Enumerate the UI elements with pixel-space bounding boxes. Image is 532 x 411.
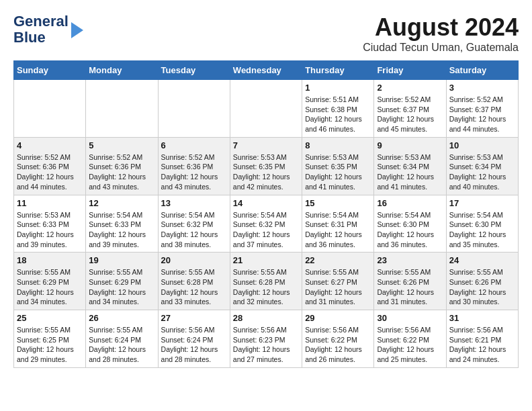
- day-number: 4: [17, 140, 83, 150]
- location: Ciudad Tecun Uman, Guatemala: [363, 42, 519, 54]
- day-info: Sunrise: 5:55 AM Sunset: 6:27 PM Dayligh…: [305, 267, 371, 307]
- day-number: 29: [305, 313, 371, 323]
- calendar-cell: 29Sunrise: 5:56 AM Sunset: 6:22 PM Dayli…: [302, 310, 374, 368]
- day-info: Sunrise: 5:54 AM Sunset: 6:32 PM Dayligh…: [161, 210, 227, 250]
- day-number: 18: [17, 255, 83, 265]
- day-number: 8: [305, 140, 371, 150]
- day-number: 19: [89, 255, 154, 265]
- calendar-cell: 26Sunrise: 5:55 AM Sunset: 6:24 PM Dayli…: [86, 310, 158, 368]
- day-number: 23: [377, 255, 443, 265]
- weekday-header-row: SundayMondayTuesdayWednesdayThursdayFrid…: [14, 61, 519, 80]
- calendar-table: SundayMondayTuesdayWednesdayThursdayFrid…: [13, 60, 519, 368]
- calendar-cell: 13Sunrise: 5:54 AM Sunset: 6:32 PM Dayli…: [158, 195, 230, 253]
- calendar-cell: 3Sunrise: 5:52 AM Sunset: 6:37 PM Daylig…: [446, 80, 518, 138]
- day-number: 3: [449, 83, 515, 93]
- day-info: Sunrise: 5:52 AM Sunset: 6:36 PM Dayligh…: [89, 152, 154, 192]
- day-info: Sunrise: 5:55 AM Sunset: 6:28 PM Dayligh…: [233, 267, 299, 307]
- day-info: Sunrise: 5:56 AM Sunset: 6:24 PM Dayligh…: [161, 325, 227, 365]
- calendar-cell: 15Sunrise: 5:54 AM Sunset: 6:31 PM Dayli…: [302, 195, 374, 253]
- calendar-week-row: 25Sunrise: 5:55 AM Sunset: 6:25 PM Dayli…: [14, 310, 519, 368]
- day-info: Sunrise: 5:53 AM Sunset: 6:35 PM Dayligh…: [233, 152, 299, 192]
- day-number: 10: [449, 140, 515, 150]
- day-number: 11: [17, 198, 83, 208]
- day-number: 15: [305, 198, 371, 208]
- weekday-header: Sunday: [14, 61, 86, 80]
- day-info: Sunrise: 5:56 AM Sunset: 6:22 PM Dayligh…: [377, 325, 443, 365]
- calendar-cell: 24Sunrise: 5:55 AM Sunset: 6:26 PM Dayli…: [446, 253, 518, 310]
- day-info: Sunrise: 5:54 AM Sunset: 6:30 PM Dayligh…: [377, 210, 443, 250]
- day-number: 5: [89, 140, 154, 150]
- day-info: Sunrise: 5:53 AM Sunset: 6:35 PM Dayligh…: [305, 152, 371, 192]
- day-number: 16: [377, 198, 443, 208]
- calendar-cell: 7Sunrise: 5:53 AM Sunset: 6:35 PM Daylig…: [230, 137, 302, 195]
- calendar-cell: 20Sunrise: 5:55 AM Sunset: 6:28 PM Dayli…: [158, 253, 230, 310]
- day-number: 26: [89, 313, 154, 323]
- day-info: Sunrise: 5:55 AM Sunset: 6:25 PM Dayligh…: [17, 325, 83, 365]
- logo-arrow-icon: [71, 22, 83, 38]
- calendar-cell: 18Sunrise: 5:55 AM Sunset: 6:29 PM Dayli…: [14, 253, 86, 310]
- calendar-cell: 16Sunrise: 5:54 AM Sunset: 6:30 PM Dayli…: [374, 195, 446, 253]
- calendar-cell: 23Sunrise: 5:55 AM Sunset: 6:26 PM Dayli…: [374, 253, 446, 310]
- page-header: General Blue August 2024 Ciudad Tecun Um…: [13, 13, 519, 54]
- calendar-cell: 2Sunrise: 5:52 AM Sunset: 6:37 PM Daylig…: [374, 80, 446, 138]
- calendar-cell: 1Sunrise: 5:51 AM Sunset: 6:38 PM Daylig…: [302, 80, 374, 138]
- calendar-cell: 19Sunrise: 5:55 AM Sunset: 6:29 PM Dayli…: [86, 253, 158, 310]
- calendar-cell: 22Sunrise: 5:55 AM Sunset: 6:27 PM Dayli…: [302, 253, 374, 310]
- calendar-body: 1Sunrise: 5:51 AM Sunset: 6:38 PM Daylig…: [14, 80, 519, 368]
- logo-line2: Blue: [13, 30, 69, 46]
- day-info: Sunrise: 5:56 AM Sunset: 6:22 PM Dayligh…: [305, 325, 371, 365]
- day-number: 21: [233, 255, 299, 265]
- day-number: 13: [161, 198, 227, 208]
- day-number: 12: [89, 198, 154, 208]
- calendar-cell: 25Sunrise: 5:55 AM Sunset: 6:25 PM Dayli…: [14, 310, 86, 368]
- day-info: Sunrise: 5:54 AM Sunset: 6:32 PM Dayligh…: [233, 210, 299, 250]
- day-number: 17: [449, 198, 515, 208]
- day-number: 22: [305, 255, 371, 265]
- day-info: Sunrise: 5:53 AM Sunset: 6:33 PM Dayligh…: [17, 210, 83, 250]
- calendar-cell: [230, 80, 302, 138]
- calendar-header: SundayMondayTuesdayWednesdayThursdayFrid…: [14, 61, 519, 80]
- calendar-cell: 21Sunrise: 5:55 AM Sunset: 6:28 PM Dayli…: [230, 253, 302, 310]
- calendar-week-row: 1Sunrise: 5:51 AM Sunset: 6:38 PM Daylig…: [14, 80, 519, 138]
- day-info: Sunrise: 5:51 AM Sunset: 6:38 PM Dayligh…: [305, 95, 371, 134]
- calendar-cell: 17Sunrise: 5:54 AM Sunset: 6:30 PM Dayli…: [446, 195, 518, 253]
- day-info: Sunrise: 5:55 AM Sunset: 6:26 PM Dayligh…: [377, 267, 443, 307]
- day-number: 31: [449, 313, 515, 323]
- calendar-week-row: 18Sunrise: 5:55 AM Sunset: 6:29 PM Dayli…: [14, 253, 519, 310]
- calendar-cell: 5Sunrise: 5:52 AM Sunset: 6:36 PM Daylig…: [86, 137, 158, 195]
- weekday-header: Tuesday: [158, 61, 230, 80]
- day-info: Sunrise: 5:55 AM Sunset: 6:24 PM Dayligh…: [89, 325, 154, 365]
- logo-line1: General: [13, 13, 69, 30]
- day-number: 1: [305, 83, 371, 93]
- month-title: August 2024: [363, 13, 519, 42]
- day-info: Sunrise: 5:56 AM Sunset: 6:23 PM Dayligh…: [233, 325, 299, 365]
- day-info: Sunrise: 5:54 AM Sunset: 6:31 PM Dayligh…: [305, 210, 371, 250]
- calendar-cell: [86, 80, 158, 138]
- calendar-cell: 12Sunrise: 5:54 AM Sunset: 6:33 PM Dayli…: [86, 195, 158, 253]
- day-info: Sunrise: 5:54 AM Sunset: 6:33 PM Dayligh…: [89, 210, 154, 250]
- day-number: 28: [233, 313, 299, 323]
- day-info: Sunrise: 5:54 AM Sunset: 6:30 PM Dayligh…: [449, 210, 515, 250]
- day-number: 9: [377, 140, 443, 150]
- day-number: 27: [161, 313, 227, 323]
- day-number: 24: [449, 255, 515, 265]
- day-info: Sunrise: 5:55 AM Sunset: 6:29 PM Dayligh…: [89, 267, 154, 307]
- day-number: 2: [377, 83, 443, 93]
- calendar-cell: 30Sunrise: 5:56 AM Sunset: 6:22 PM Dayli…: [374, 310, 446, 368]
- day-info: Sunrise: 5:52 AM Sunset: 6:37 PM Dayligh…: [377, 95, 443, 134]
- logo: General Blue: [13, 13, 83, 46]
- calendar-cell: 14Sunrise: 5:54 AM Sunset: 6:32 PM Dayli…: [230, 195, 302, 253]
- calendar-cell: 6Sunrise: 5:52 AM Sunset: 6:36 PM Daylig…: [158, 137, 230, 195]
- calendar-cell: [158, 80, 230, 138]
- calendar-cell: 4Sunrise: 5:52 AM Sunset: 6:36 PM Daylig…: [14, 137, 86, 195]
- day-number: 25: [17, 313, 83, 323]
- day-info: Sunrise: 5:55 AM Sunset: 6:26 PM Dayligh…: [449, 267, 515, 307]
- weekday-header: Saturday: [446, 61, 518, 80]
- day-number: 20: [161, 255, 227, 265]
- calendar-cell: 9Sunrise: 5:53 AM Sunset: 6:34 PM Daylig…: [374, 137, 446, 195]
- calendar-cell: 8Sunrise: 5:53 AM Sunset: 6:35 PM Daylig…: [302, 137, 374, 195]
- day-info: Sunrise: 5:55 AM Sunset: 6:28 PM Dayligh…: [161, 267, 227, 307]
- calendar-week-row: 4Sunrise: 5:52 AM Sunset: 6:36 PM Daylig…: [14, 137, 519, 195]
- day-info: Sunrise: 5:56 AM Sunset: 6:21 PM Dayligh…: [449, 325, 515, 365]
- weekday-header: Monday: [86, 61, 158, 80]
